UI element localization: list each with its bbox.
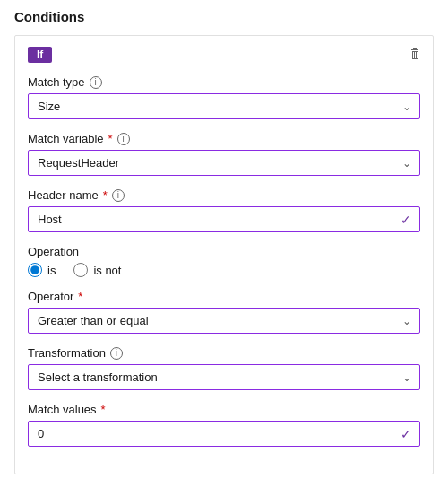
if-badge: If xyxy=(28,47,52,63)
transformation-select[interactable]: Select a transformation Lowercase Upperc… xyxy=(28,364,420,390)
operation-is-radio[interactable] xyxy=(28,263,42,277)
transformation-select-wrapper: Select a transformation Lowercase Upperc… xyxy=(28,364,420,390)
operator-select-wrapper: Greater than or equal Less than Equals C… xyxy=(28,308,420,334)
delete-icon[interactable] xyxy=(408,47,422,64)
operation-is-option[interactable]: is xyxy=(28,263,56,277)
match-variable-select-wrapper: RequestHeader RequestBody RequestUri Req… xyxy=(28,150,420,176)
operator-required: * xyxy=(78,290,82,303)
operation-isnot-option[interactable]: is not xyxy=(73,263,121,277)
header-name-info-icon[interactable]: i xyxy=(112,189,125,202)
transformation-label: Transformation i xyxy=(28,346,420,360)
operation-is-label: is xyxy=(47,264,56,277)
match-variable-select[interactable]: RequestHeader RequestBody RequestUri Req… xyxy=(28,150,420,176)
match-type-group: Match type i Size IP Address Header Path… xyxy=(28,75,420,119)
operator-select[interactable]: Greater than or equal Less than Equals C… xyxy=(28,308,420,334)
header-name-required: * xyxy=(103,188,108,202)
operation-isnot-radio[interactable] xyxy=(73,263,88,277)
match-values-label: Match values * xyxy=(28,403,420,416)
match-variable-group: Match variable * i RequestHeader Request… xyxy=(28,132,420,176)
match-values-required: * xyxy=(101,403,106,416)
header-name-group: Header name * i ✓ xyxy=(28,188,420,232)
match-type-select-wrapper: Size IP Address Header Path ⌄ xyxy=(28,93,420,119)
transformation-group: Transformation i Select a transformation… xyxy=(28,346,420,390)
match-type-label: Match type i xyxy=(28,75,420,89)
conditions-container: Conditions If Match type i Size IP Addre… xyxy=(0,0,448,492)
operation-group: Operation is is not xyxy=(28,245,420,277)
match-variable-label: Match variable * i xyxy=(28,132,420,145)
operator-group: Operator * Greater than or equal Less th… xyxy=(28,290,420,334)
header-name-input-wrapper: ✓ xyxy=(28,206,420,232)
operation-radio-group: is is not xyxy=(28,263,420,277)
match-values-input[interactable] xyxy=(28,421,420,447)
match-variable-required: * xyxy=(108,132,113,145)
operation-isnot-label: is not xyxy=(93,264,121,277)
match-type-info-icon[interactable]: i xyxy=(90,76,102,89)
operator-label: Operator * xyxy=(28,290,420,303)
match-values-check-icon: ✓ xyxy=(401,427,411,441)
operation-label: Operation xyxy=(28,245,420,258)
header-name-label: Header name * i xyxy=(28,188,420,202)
condition-card: If Match type i Size IP Address Header P… xyxy=(14,35,434,474)
page-title: Conditions xyxy=(14,9,434,24)
header-name-check-icon: ✓ xyxy=(401,213,411,227)
match-values-group: Match values * ✓ xyxy=(28,403,420,447)
header-name-input[interactable] xyxy=(28,206,420,232)
match-type-select[interactable]: Size IP Address Header Path xyxy=(28,93,420,119)
transformation-info-icon[interactable]: i xyxy=(110,347,123,360)
match-values-input-wrapper: ✓ xyxy=(28,421,420,447)
match-variable-info-icon[interactable]: i xyxy=(117,133,130,145)
